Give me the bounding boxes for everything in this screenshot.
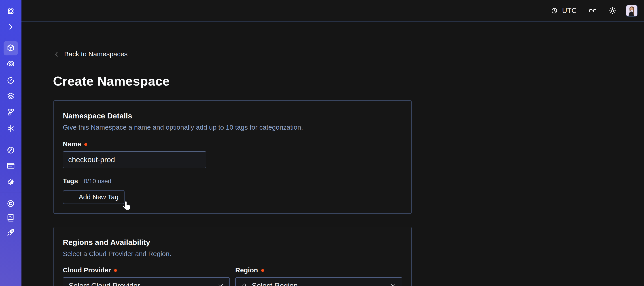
glasses-icon[interactable]: [588, 6, 597, 15]
chevron-left-icon: [54, 50, 60, 58]
clock-icon: [550, 6, 558, 15]
card-description: Give this Namespace a name and optionall…: [63, 123, 402, 132]
card-description: Select a Cloud Provider and Region.: [63, 250, 402, 258]
cloud-provider-label: Cloud Provider: [63, 266, 230, 274]
region-select[interactable]: Select Region: [235, 277, 402, 286]
cloud-provider-field: Cloud Provider Select Cloud Provider: [63, 266, 230, 286]
sidebar-item-docs-book-icon[interactable]: [5, 213, 16, 223]
tags-row: Tags 0/10 used: [63, 177, 402, 185]
user-avatar[interactable]: [626, 5, 638, 16]
region-placeholder: Select Region: [252, 282, 298, 286]
region-field: Region Select Region: [235, 266, 402, 286]
tags-count: 0/10 used: [84, 178, 111, 185]
namespace-name-input[interactable]: [63, 151, 206, 168]
back-to-namespaces-link[interactable]: Back to Namespaces: [54, 50, 128, 58]
chevron-down-icon: [217, 282, 224, 286]
chevron-down-icon: [390, 282, 396, 286]
region-label: Region: [235, 266, 402, 274]
sidebar-divider: [0, 137, 22, 137]
timezone-label: UTC: [562, 7, 577, 15]
sidebar-item-nexus-asterisk-icon[interactable]: [5, 123, 16, 134]
required-dot: [84, 143, 87, 146]
search-icon: [241, 282, 248, 286]
plus-icon: [69, 194, 75, 200]
sidebar-item-deployments-fork-icon[interactable]: [5, 107, 16, 117]
card-heading: Regions and Availability: [63, 238, 402, 247]
card-heading: Namespace Details: [63, 111, 402, 120]
required-dot: [261, 269, 264, 272]
sidebar-item-support-life-ring-icon[interactable]: [5, 198, 16, 209]
required-dot: [114, 269, 117, 272]
topbar: UTC: [22, 0, 644, 22]
sidebar-divider: [0, 193, 22, 193]
sidebar: [0, 0, 22, 286]
sidebar-item-schedules-timer-icon[interactable]: [5, 75, 16, 86]
add-new-tag-button[interactable]: Add New Tag: [63, 190, 124, 204]
page-title: Create Namespace: [53, 74, 170, 88]
cloud-provider-select[interactable]: Select Cloud Provider: [63, 277, 230, 286]
name-label: Name: [63, 140, 402, 148]
timezone-button[interactable]: UTC: [550, 6, 577, 15]
sidebar-item-workflows-spiral-icon[interactable]: [5, 59, 16, 69]
sidebar-item-getting-started-rocket-icon[interactable]: [5, 227, 16, 238]
sun-theme-toggle-icon[interactable]: [608, 6, 617, 15]
sidebar-item-layers-icon[interactable]: [5, 91, 16, 102]
sidebar-item-namespaces-cube-icon[interactable]: [5, 43, 16, 53]
sidebar-item-settings-gear-icon[interactable]: [5, 177, 16, 187]
sidebar-item-usage-gauge-icon[interactable]: [5, 145, 16, 156]
tags-label: Tags: [63, 177, 78, 185]
add-tag-label: Add New Tag: [79, 193, 118, 201]
sidebar-expand-chevron-icon[interactable]: [5, 21, 16, 32]
regions-availability-card: Regions and Availability Select a Cloud …: [54, 227, 412, 286]
back-link-label: Back to Namespaces: [64, 50, 128, 58]
sidebar-item-billing-credit-card-icon[interactable]: [5, 160, 16, 171]
cloud-provider-placeholder: Select Cloud Provider: [69, 282, 140, 286]
temporal-logo-icon[interactable]: [5, 6, 16, 16]
namespace-details-card: Namespace Details Give this Namespace a …: [54, 100, 412, 214]
